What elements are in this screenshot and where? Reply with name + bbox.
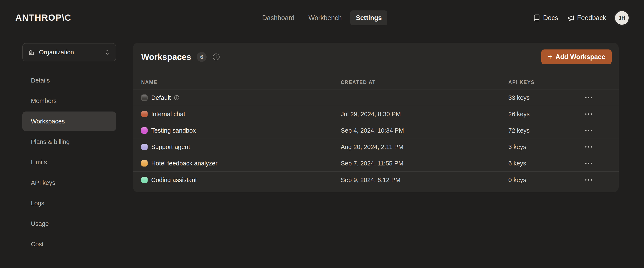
workspace-name: Testing sandbox — [151, 127, 196, 134]
workspace-api-keys: 3 keys — [508, 143, 526, 151]
workspace-created-at: Sep 7, 2024, 11:55 PM — [341, 160, 404, 167]
megaphone-icon — [567, 14, 574, 22]
workspace-color-swatch — [141, 127, 148, 134]
workspaces-table-header: NAME CREATED AT API KEYS — [133, 75, 619, 90]
workspaces-panel: Workspaces 6 + Add Workspace NAME CREATE… — [133, 43, 619, 192]
workspace-name-cell: Coding assistant — [151, 176, 197, 183]
workspace-color-swatch — [141, 144, 148, 150]
sidebar-item-workspaces[interactable]: Workspaces — [22, 112, 116, 131]
sidebar-item-limits[interactable]: Limits — [22, 152, 116, 172]
workspace-name: Coding assistant — [151, 176, 197, 183]
column-header-created-at: CREATED AT — [341, 80, 376, 85]
workspaces-header: Workspaces 6 + Add Workspace — [141, 43, 612, 71]
ellipsis-icon — [585, 130, 586, 131]
page-title: Workspaces — [141, 52, 191, 62]
workspace-api-keys: 72 keys — [508, 127, 530, 134]
workspace-created-at: Aug 20, 2024, 2:11 PM — [341, 143, 404, 151]
workspace-row[interactable]: Support agent Aug 20, 2024, 2:11 PM 3 ke… — [133, 139, 619, 155]
ellipsis-icon — [591, 97, 592, 98]
row-actions-button[interactable] — [580, 122, 597, 139]
ellipsis-icon — [591, 130, 592, 131]
row-actions-button[interactable] — [580, 172, 597, 188]
docs-label: Docs — [543, 14, 558, 22]
row-actions-button[interactable] — [580, 90, 597, 106]
workspace-api-keys: 26 keys — [508, 111, 530, 118]
workspace-row[interactable]: Coding assistant Sep 9, 2024, 6:12 PM 0 … — [133, 172, 619, 188]
workspace-color-swatch — [141, 111, 148, 117]
nav-tab-settings[interactable]: Settings — [350, 11, 388, 25]
row-actions-button[interactable] — [580, 155, 597, 171]
default-workspace-info-icon[interactable] — [174, 95, 180, 101]
ellipsis-icon — [588, 146, 589, 148]
row-actions-button[interactable] — [580, 139, 597, 155]
row-actions-button[interactable] — [580, 106, 597, 122]
workspace-name: Support agent — [151, 143, 190, 151]
ellipsis-icon — [591, 163, 592, 164]
workspace-api-keys: 6 keys — [508, 160, 526, 167]
ellipsis-icon — [585, 113, 586, 115]
workspace-name-cell: Internal chat — [151, 111, 185, 118]
workspace-name-cell: Default — [151, 94, 180, 101]
ellipsis-icon — [591, 179, 592, 181]
building-icon — [28, 49, 35, 56]
ellipsis-icon — [585, 97, 586, 98]
workspace-color-swatch — [141, 177, 148, 183]
ellipsis-icon — [585, 163, 586, 164]
organization-selector-label: Organization — [39, 49, 100, 56]
workspace-name: Hotel feedback analyzer — [151, 160, 218, 167]
workspace-created-at: Sep 9, 2024, 6:12 PM — [341, 176, 400, 183]
workspaces-info-icon[interactable] — [212, 53, 220, 61]
ellipsis-icon — [585, 179, 586, 181]
workspace-color-swatch — [141, 160, 148, 166]
column-header-name: NAME — [141, 80, 158, 85]
ellipsis-icon — [588, 130, 589, 131]
settings-sidebar: Details Members Workspaces Plans & billi… — [22, 71, 116, 254]
workspace-color-swatch — [141, 94, 148, 101]
workspace-name-cell: Hotel feedback analyzer — [151, 160, 218, 167]
ellipsis-icon — [591, 113, 592, 115]
docs-link[interactable]: Docs — [533, 14, 558, 22]
ellipsis-icon — [585, 146, 586, 148]
workspace-name-cell: Support agent — [151, 143, 190, 151]
sidebar-item-cost[interactable]: Cost — [22, 234, 116, 254]
sidebar-item-members[interactable]: Members — [22, 91, 116, 111]
ellipsis-icon — [588, 179, 589, 181]
workspace-count-badge: 6 — [197, 52, 206, 62]
column-header-api-keys: API KEYS — [508, 80, 534, 85]
add-workspace-button[interactable]: + Add Workspace — [541, 50, 612, 64]
nav-tab-workbench[interactable]: Workbench — [303, 11, 347, 25]
workspace-created-at: Jul 29, 2024, 8:30 PM — [341, 111, 401, 118]
workspace-created-at: Sep 4, 2024, 10:34 PM — [341, 127, 404, 134]
sidebar-item-details[interactable]: Details — [22, 71, 116, 90]
sidebar-item-plans-billing[interactable]: Plans & billing — [22, 132, 116, 152]
book-icon — [533, 14, 540, 22]
user-avatar[interactable]: JH — [615, 11, 629, 25]
top-nav: Dashboard Workbench Settings — [256, 0, 388, 36]
workspace-rows: Default 33 keys Internal chat Jul 29, 20… — [133, 90, 619, 188]
ellipsis-icon — [588, 113, 589, 115]
ellipsis-icon — [591, 146, 592, 148]
feedback-label: Feedback — [577, 14, 606, 22]
nav-tab-dashboard[interactable]: Dashboard — [256, 11, 300, 25]
workspace-row[interactable]: Default 33 keys — [133, 90, 619, 106]
chevron-up-down-icon — [104, 49, 110, 56]
organization-selector[interactable]: Organization — [22, 43, 116, 61]
sidebar-item-api-keys[interactable]: API keys — [22, 173, 116, 192]
sidebar-item-usage[interactable]: Usage — [22, 214, 116, 233]
workspace-name: Internal chat — [151, 111, 185, 118]
ellipsis-icon — [588, 97, 589, 98]
anthropic-logo[interactable]: ANTHROP\C — [15, 13, 71, 22]
workspace-row[interactable]: Testing sandbox Sep 4, 2024, 10:34 PM 72… — [133, 122, 619, 139]
workspace-row[interactable]: Hotel feedback analyzer Sep 7, 2024, 11:… — [133, 155, 619, 172]
header-actions: Docs Feedback JH — [533, 0, 629, 36]
plus-icon: + — [548, 53, 552, 61]
feedback-link[interactable]: Feedback — [567, 14, 606, 22]
sidebar-item-logs[interactable]: Logs — [22, 193, 116, 213]
ellipsis-icon — [588, 163, 589, 164]
add-workspace-label: Add Workspace — [556, 53, 605, 61]
workspace-api-keys: 33 keys — [508, 94, 530, 101]
workspace-row[interactable]: Internal chat Jul 29, 2024, 8:30 PM 26 k… — [133, 106, 619, 122]
workspace-name-cell: Testing sandbox — [151, 127, 196, 134]
workspace-name: Default — [151, 94, 171, 101]
workspace-api-keys: 0 keys — [508, 176, 526, 183]
